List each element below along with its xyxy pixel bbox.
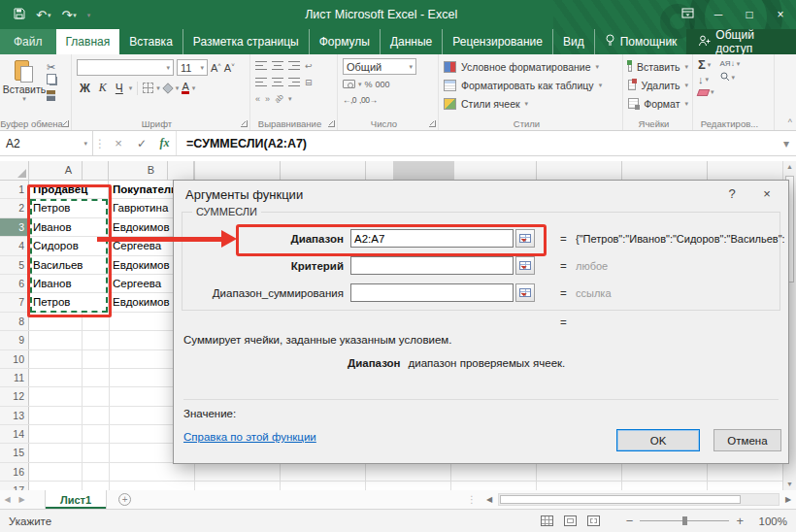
- italic-button[interactable]: К: [96, 81, 110, 95]
- ribbon-display-options-icon[interactable]: [672, 0, 703, 29]
- row-header[interactable]: 13: [0, 407, 29, 424]
- field-input-0[interactable]: [350, 229, 514, 248]
- select-all-corner[interactable]: [0, 161, 29, 180]
- increase-indent-icon[interactable]: »: [265, 94, 270, 104]
- fill-button[interactable]: ↓▾: [698, 75, 714, 84]
- ribbon-tab-4[interactable]: Данные: [381, 29, 443, 54]
- row-header[interactable]: 12: [0, 387, 29, 405]
- align-right-icon[interactable]: [288, 78, 300, 86]
- row-header[interactable]: 6: [0, 275, 29, 292]
- column-header-a[interactable]: A: [29, 161, 109, 180]
- bold-button[interactable]: Ж: [77, 82, 93, 95]
- increase-decimal-icon[interactable]: ←,0: [343, 95, 356, 105]
- scroll-up-icon[interactable]: ▲: [783, 163, 796, 170]
- wrap-text-icon[interactable]: ↩: [305, 61, 313, 71]
- decrease-font-icon[interactable]: А˅: [224, 62, 235, 74]
- font-name-combobox[interactable]: ▾: [77, 59, 174, 76]
- cell-a1[interactable]: Продавец: [29, 181, 109, 198]
- cell-a4[interactable]: Сидоров: [29, 237, 109, 254]
- row-header[interactable]: 15: [0, 444, 29, 461]
- cell-a2[interactable]: Петров: [29, 199, 109, 216]
- zoom-slider[interactable]: [640, 520, 729, 521]
- comma-style-icon[interactable]: 000: [376, 80, 390, 89]
- row-header[interactable]: 10: [0, 350, 29, 368]
- formula-input[interactable]: =СУММЕСЛИ(A2:A7): [177, 131, 777, 155]
- clear-button[interactable]: ▾: [698, 88, 714, 96]
- merge-center-icon[interactable]: ⊟: [305, 78, 313, 87]
- ok-button[interactable]: OK: [616, 429, 700, 451]
- ribbon-tab-5[interactable]: Рецензирование: [443, 29, 553, 54]
- field-input-2[interactable]: [350, 283, 514, 302]
- cancel-entry-icon[interactable]: ×: [107, 131, 130, 155]
- row-header[interactable]: 11: [0, 369, 29, 386]
- name-box[interactable]: A2 ▾: [0, 131, 93, 155]
- ribbon-tab-1[interactable]: Вставка: [119, 29, 183, 54]
- maximize-button[interactable]: □: [734, 0, 765, 29]
- splitter-dots-icon[interactable]: ⋮: [467, 494, 477, 505]
- sheet-prev-icon[interactable]: ◀: [0, 495, 15, 504]
- zoom-slider-thumb[interactable]: [682, 516, 687, 525]
- align-top-icon[interactable]: [255, 61, 267, 70]
- autosum-button[interactable]: Σ▾: [698, 59, 714, 71]
- underline-button[interactable]: Ч: [113, 82, 126, 95]
- conditional-formatting-button[interactable]: Условное форматирование▾: [444, 57, 618, 76]
- paste-button[interactable]: Вставить ▾: [5, 57, 44, 117]
- cell-a5[interactable]: Васильев: [29, 256, 109, 274]
- sheet-tab-list1[interactable]: Лист1: [45, 490, 107, 509]
- scroll-left-icon[interactable]: ◀: [481, 495, 497, 504]
- row-header[interactable]: 17: [0, 482, 29, 490]
- close-button[interactable]: ×: [765, 0, 796, 29]
- normal-view-icon[interactable]: [541, 515, 553, 526]
- decrease-decimal-icon[interactable]: ,00→: [359, 95, 377, 105]
- undo-button[interactable]: ↶▾: [36, 9, 50, 21]
- new-sheet-icon[interactable]: +: [118, 493, 131, 506]
- ribbon-tab-3[interactable]: Формулы: [310, 29, 381, 54]
- align-bottom-icon[interactable]: [288, 61, 300, 70]
- row-header[interactable]: 16: [0, 463, 29, 481]
- orientation-icon[interactable]: ab: [273, 92, 285, 105]
- format-cells-button[interactable]: Формат▾: [628, 94, 688, 113]
- dialog-launcher-icon[interactable]: [241, 120, 248, 127]
- copy-icon[interactable]: [50, 77, 57, 85]
- cell-styles-button[interactable]: Стили ячеек▾: [444, 94, 618, 113]
- insert-function-icon[interactable]: fx: [153, 131, 177, 155]
- zoom-in-icon[interactable]: +: [736, 515, 744, 527]
- align-middle-icon[interactable]: [272, 61, 283, 70]
- horizontal-scroll-track[interactable]: [498, 493, 779, 506]
- decrease-indent-icon[interactable]: «: [255, 94, 260, 104]
- insert-cells-button[interactable]: Вставить▾: [628, 57, 688, 76]
- fill-color-icon[interactable]: [162, 83, 173, 93]
- dialog-launcher-icon[interactable]: [429, 120, 436, 127]
- range-picker-button[interactable]: [515, 229, 535, 248]
- enter-entry-icon[interactable]: ✓: [130, 131, 153, 155]
- number-format-combobox[interactable]: Общий▾: [343, 58, 416, 75]
- row-header[interactable]: 5: [0, 256, 29, 274]
- format-as-table-button[interactable]: Форматировать как таблицу▾: [444, 76, 618, 94]
- cell-a6[interactable]: Иванов: [29, 275, 109, 292]
- expand-formula-bar-icon[interactable]: ▾: [777, 131, 796, 155]
- row-header[interactable]: 9: [0, 331, 29, 349]
- row-header[interactable]: 2: [0, 199, 29, 216]
- tab-share[interactable]: Общий доступ: [686, 29, 796, 54]
- sheet-next-icon[interactable]: ▶: [15, 495, 29, 504]
- ribbon-tab-6[interactable]: Вид: [553, 29, 595, 54]
- range-picker-button[interactable]: [515, 256, 535, 275]
- cell-a3[interactable]: Иванов: [29, 218, 109, 236]
- row-header[interactable]: 1: [0, 181, 29, 198]
- column-header-b[interactable]: B: [109, 161, 194, 180]
- percent-style-icon[interactable]: %: [365, 80, 373, 89]
- function-help-link[interactable]: Справка по этой функции: [183, 431, 316, 443]
- ribbon-tab-2[interactable]: Разметка страницы: [183, 29, 310, 54]
- minimize-button[interactable]: ─: [703, 0, 734, 29]
- page-break-view-icon[interactable]: [587, 515, 600, 526]
- row-header[interactable]: 8: [0, 313, 29, 330]
- font-color-icon[interactable]: А: [182, 82, 188, 94]
- dialog-launcher-icon[interactable]: [328, 120, 335, 127]
- increase-font-icon[interactable]: А˄: [211, 62, 221, 74]
- sort-filter-button[interactable]: АЯ↓▾: [720, 59, 741, 68]
- row-header[interactable]: 4: [0, 237, 29, 254]
- row-header[interactable]: 7: [0, 293, 29, 311]
- ribbon-tab-0[interactable]: Главная: [56, 29, 120, 54]
- save-icon[interactable]: [14, 8, 25, 21]
- font-size-combobox[interactable]: 11▾: [177, 59, 208, 76]
